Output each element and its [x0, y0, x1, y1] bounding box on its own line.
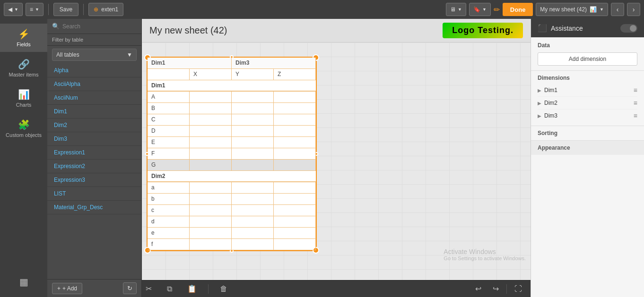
pivot-dim3-z: Z [274, 69, 316, 80]
pivot-table[interactable]: Dim1 Dim3 X Y Z Dim1 [147, 57, 317, 251]
redo-button[interactable]: ↪ [489, 282, 503, 295]
sidebar-item-master-items[interactable]: 🔗 Master items [0, 54, 47, 82]
cell-d2-x [190, 216, 232, 228]
cell-a: A [148, 92, 190, 103]
pivot-dim1-empty [148, 69, 190, 80]
search-icon: 🔍 [52, 23, 60, 30]
dim3-name: Dim3 [544, 112, 631, 119]
cell-c-x [190, 114, 232, 126]
sorting-title: Sorting [538, 130, 637, 136]
left-nav: ⚡ Fields 🔗 Master items 📊 Charts 🧩 Custo… [0, 19, 47, 297]
done-button[interactable]: Done [503, 3, 533, 16]
prev-sheet-btn[interactable]: ‹ [611, 3, 624, 16]
dimension-item-dim3[interactable]: ▶ Dim3 ≡ [538, 110, 637, 122]
field-item-expression2[interactable]: Expression2 [47, 160, 141, 173]
dim2-menu-icon[interactable]: ≡ [634, 99, 637, 107]
bookmark-down: ▼ [482, 7, 487, 12]
add-field-button[interactable]: + + Add [52, 283, 82, 294]
field-item-alpha[interactable]: Alpha [47, 64, 141, 77]
sidebar-item-table[interactable]: ▦ [0, 272, 47, 292]
fields-icon: ⚡ [18, 28, 30, 40]
cell-e2: e [148, 228, 190, 239]
next-sheet-btn[interactable]: › [627, 3, 640, 16]
pivot-row-a: A [148, 92, 316, 103]
back-btn[interactable]: ◀ ▼ [4, 3, 23, 16]
cut-button[interactable]: ✂ [142, 282, 156, 295]
dimension-item-dim1[interactable]: ▶ Dim1 ≡ [538, 84, 637, 97]
cell-c-y [232, 114, 274, 126]
cell-a2: a [148, 182, 190, 194]
cell-b2: b [148, 194, 190, 205]
bookmark-btn[interactable]: 🔖 ▼ [469, 3, 491, 16]
pivot-row-b2: b [148, 194, 316, 205]
sidebar-item-custom-objects[interactable]: 🧩 Custom objects [0, 114, 47, 143]
top-bar: ◀ ▼ ≡ ▼ Save ⊕ exten1 🖥 ▼ 🔖 ▼ ✏ Done My … [0, 0, 644, 19]
fullscreen-button[interactable]: ⛶ [511, 283, 526, 295]
refresh-button[interactable]: ↻ [123, 282, 137, 294]
field-item-dim2[interactable]: Dim2 [47, 119, 141, 132]
copy-button[interactable]: ⧉ [163, 283, 176, 295]
display-btn[interactable]: 🖥 ▼ [446, 3, 466, 16]
filter-label: Filter by table [47, 34, 141, 46]
table-select-text: All tables [56, 51, 79, 58]
activate-subtitle: Go to Settings to activate Windows. [444, 255, 526, 261]
cell-f-x [190, 148, 232, 160]
activate-windows: Activate Windows Go to Settings to activ… [444, 248, 526, 261]
sheet-down: ▼ [600, 7, 604, 12]
pivot-dim3-row: X Y Z [148, 69, 316, 80]
charts-label: Charts [16, 102, 31, 108]
table-icon: ▦ [19, 276, 28, 288]
cell-e: E [148, 137, 190, 148]
dim1-menu-icon[interactable]: ≡ [634, 86, 637, 94]
cell-a-y [232, 92, 274, 103]
cell-g-x [190, 160, 232, 171]
cell-a-z [274, 92, 316, 103]
field-item-material[interactable]: Material_Grp_Desc [47, 201, 141, 214]
custom-objects-icon: 🧩 [18, 119, 30, 130]
cell-d-y [232, 126, 274, 137]
cell-d2-z [274, 216, 316, 228]
activate-title: Activate Windows [444, 248, 526, 255]
bottom-toolbar: ✂ ⧉ 📋 🗑 ↩ ↪ ⛶ [142, 280, 531, 297]
canvas-header: My new sheet (42) Logo Testing. [142, 19, 531, 42]
field-item-asciinum[interactable]: AsciiNum [47, 91, 141, 105]
dim2-expand-icon: ▶ [538, 101, 541, 106]
delete-button[interactable]: 🗑 [216, 283, 231, 295]
ext-name: ⊕ exten1 [88, 3, 123, 16]
dim3-menu-icon[interactable]: ≡ [634, 112, 637, 119]
down-icon2: ▼ [35, 7, 39, 12]
cell-f2-y [232, 239, 274, 250]
field-item-list[interactable]: LIST [47, 187, 141, 201]
canvas-area: My new sheet (42) Logo Testing. [142, 19, 531, 297]
paste-button[interactable]: 📋 [183, 282, 200, 295]
field-item-expression3[interactable]: Expression3 [47, 173, 141, 187]
cell-a-x [190, 92, 232, 103]
dimensions-section: Dimensions ▶ Dim1 ≡ ▶ Dim2 ≡ ▶ Dim3 ≡ [531, 71, 644, 126]
dimension-item-dim2[interactable]: ▶ Dim2 ≡ [538, 97, 637, 110]
fields-list: Alpha AsciiAlpha AsciiNum Dim1 Dim2 Dim3… [47, 64, 141, 279]
cell-c-z [274, 114, 316, 126]
cell-e2-y [232, 228, 274, 239]
dim1-name: Dim1 [544, 87, 631, 93]
field-item-asciialpha[interactable]: AsciiAlpha [47, 77, 141, 91]
sidebar-item-charts[interactable]: 📊 Charts [0, 84, 47, 112]
field-item-dim3[interactable]: Dim3 [47, 132, 141, 146]
table-select-arrow: ▼ [127, 51, 132, 58]
field-item-dim1[interactable]: Dim1 [47, 105, 141, 119]
cell-a2-x [190, 182, 232, 194]
dim2-section-label: Dim2 [148, 171, 316, 182]
list-btn[interactable]: ≡ ▼ [26, 3, 44, 16]
search-input[interactable] [62, 23, 137, 30]
sidebar-item-fields[interactable]: ⚡ Fields [0, 24, 47, 52]
table-select[interactable]: All tables ▼ [52, 49, 137, 61]
assistance-toggle[interactable] [620, 24, 637, 33]
cell-g-y [232, 160, 274, 171]
undo-button[interactable]: ↩ [471, 282, 485, 295]
cell-b2-y [232, 194, 274, 205]
sheet-name-btn[interactable]: My new sheet (42) 📊 ▼ [536, 3, 608, 16]
add-dimension-button[interactable]: Add dimension [538, 52, 637, 66]
cell-g: G [148, 160, 190, 171]
field-item-expression1[interactable]: Expression1 [47, 146, 141, 160]
save-button[interactable]: Save [53, 3, 78, 16]
canvas-body[interactable]: Dim1 Dim3 X Y Z Dim1 [142, 42, 531, 280]
